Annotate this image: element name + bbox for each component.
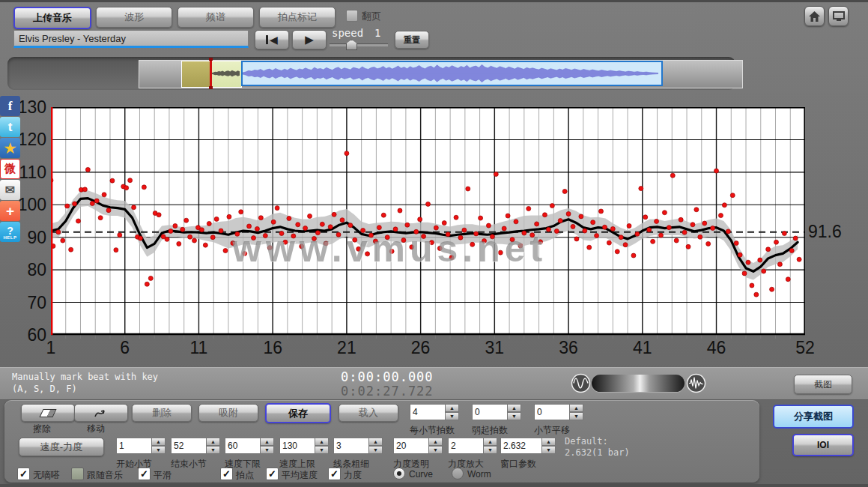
x-axis-tick-label: 1 [34,338,67,358]
worm-radio[interactable] [452,468,464,480]
waveform-box[interactable] [241,61,663,86]
twitter-icon[interactable]: t [0,117,20,137]
status-bar: Manually mark beat with key (A, S, D, F)… [0,367,868,400]
move-icon [94,407,109,419]
qzone-icon[interactable]: ★ [0,138,20,158]
eraser-icon [39,409,56,417]
curve-radio[interactable] [393,468,405,480]
smooth-label: 平滑 [154,469,172,482]
facebook-glyph: f [8,99,13,114]
speed-slider-thumb[interactable] [346,40,357,50]
upload-music-button[interactable]: 上传音乐 [13,7,91,29]
ioi-button[interactable]: IOI [792,434,854,456]
reset-speed-button[interactable]: 重置 [395,31,429,49]
start-bar-input[interactable] [116,438,152,454]
delete-button[interactable]: 删除 [132,404,192,422]
help-icon[interactable]: ? HELP [0,222,20,242]
speed-slider[interactable] [330,43,388,46]
y-axis-tick-label: 70 [12,293,46,313]
save-button[interactable]: 保存 [265,403,331,423]
pickup-beats-stepper[interactable]: ▲▼ [508,404,521,420]
share-snapshot-button[interactable]: 分享截图 [773,405,854,429]
beat-key-hint-line2: (A, S, D, F) [12,383,158,395]
load-button[interactable]: 载入 [339,404,398,422]
home-icon [809,11,820,22]
home-button[interactable] [804,6,825,26]
window-param-input[interactable] [500,438,542,454]
tempo-max-stepper[interactable]: ▲▼ [315,438,329,454]
end-bar-input[interactable] [171,438,207,454]
page-flip-checkbox[interactable] [346,10,358,22]
follow-music-checkbox[interactable] [71,468,84,480]
x-axis-tick-label: 26 [404,338,437,358]
beats-per-bar-label: 每小节拍数 [410,424,455,437]
weibo-glyph: 微 [4,162,16,176]
waveform-tab-button[interactable]: 波形 [96,7,172,28]
tempo-min-stepper[interactable]: ▲▼ [261,438,274,454]
spectrum-tab-button[interactable]: 频谱 [177,7,254,28]
x-axis-tick-label: 21 [330,338,363,358]
mini-waveform [211,61,240,85]
audio-wave-icon [686,373,706,393]
x-axis-tick-label: 11 [182,338,215,358]
default-note-line2: 2.632(1 bar) [565,447,630,459]
beats-checkbox[interactable]: ✓ [220,468,233,480]
tempo-max-input[interactable] [279,438,315,454]
avg-tempo-checkbox[interactable]: ✓ [266,468,279,480]
dynamics-opacity-input[interactable] [393,438,429,454]
window-param-stepper[interactable]: ▲▼ [542,438,556,454]
weibo-icon[interactable]: 微 [0,159,20,179]
beat-key-hint-line1: Manually mark beat with key [12,371,158,383]
erase-tool-button[interactable] [21,404,75,422]
beats-per-bar-stepper[interactable]: ▲▼ [446,404,459,420]
skip-to-start-button[interactable]: ◀ [255,30,289,49]
help-sub-label: HELP [3,235,16,240]
facebook-icon[interactable]: f [0,96,20,116]
balance-slider[interactable] [592,375,685,392]
line-width-stepper[interactable]: ▲▼ [369,438,383,454]
monitor-icon [833,11,845,22]
smooth-checkbox[interactable]: ✓ [138,468,151,480]
beat-mark-tab-button[interactable]: 拍点标记 [259,7,336,28]
track-title-input[interactable] [13,30,249,48]
default-note-line1: Default: [565,436,630,447]
beats-label: 拍点 [236,469,254,482]
bar-shift-input[interactable] [534,404,570,420]
no-tick-checkbox[interactable]: ✓ [17,468,30,480]
x-axis-tick-label: 31 [478,338,511,358]
tempo-min-input[interactable] [225,438,261,454]
start-bar-stepper[interactable]: ▲▼ [152,438,166,454]
sine-wave-icon [571,373,591,393]
check-mark: ✓ [268,468,276,480]
move-tool-button[interactable] [74,404,128,422]
share-more-icon[interactable]: + [0,201,20,221]
played-region [181,61,212,88]
waveform-track[interactable] [139,60,743,88]
email-icon[interactable]: ✉ [0,180,20,200]
move-tool-label: 移动 [87,423,105,435]
tempo-max-spinner: ▲▼ [279,438,329,454]
beats-per-bar-input[interactable] [410,404,446,420]
speed-label: speed [332,27,363,39]
play-button[interactable]: ▶ [292,30,327,49]
snapshot-button[interactable]: 截图 [794,375,852,394]
end-bar-stepper[interactable]: ▲▼ [207,438,220,454]
x-axis-tick-label: 6 [109,338,142,358]
playhead-marker[interactable] [210,58,212,89]
dynamics-zoom-input[interactable] [448,438,484,454]
line-width-spinner: ▲▼ [333,438,383,454]
bar-shift-stepper[interactable]: ▲▼ [570,404,583,420]
x-axis-tick-label: 41 [626,338,659,358]
avg-tempo-label: 平均速度 [282,469,318,482]
x-axis-tick-label: 36 [552,338,585,358]
snap-button[interactable]: 吸附 [198,404,258,422]
dynamics-checkbox[interactable]: ✓ [328,468,341,480]
fullscreen-button[interactable] [828,6,849,26]
pickup-beats-input[interactable] [472,404,508,420]
bar-shift-label: 小节平移 [534,424,570,437]
dynamics-opacity-stepper[interactable]: ▲▼ [429,438,443,454]
dynamics-zoom-stepper[interactable]: ▲▼ [484,438,497,454]
line-width-input[interactable] [333,438,369,454]
tempo-dynamics-mode-button[interactable]: 速度-力度 [19,438,104,456]
tempo-chart[interactable] [51,107,805,341]
